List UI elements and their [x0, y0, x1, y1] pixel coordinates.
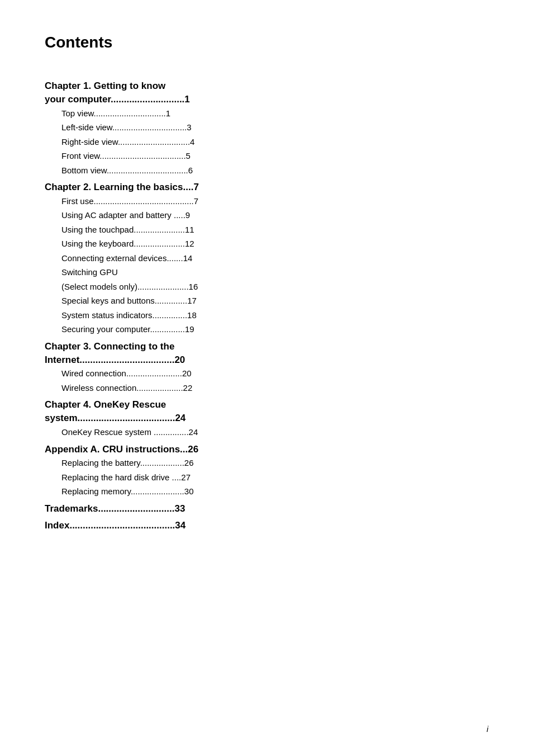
- chapter-1-heading-line2: your computer...........................…: [45, 94, 190, 105]
- page: Contents Chapter 1. Getting to know your…: [0, 0, 533, 756]
- ch2-entry-keyboard: Using the keyboard......................…: [45, 237, 488, 251]
- chapter-3-heading: Chapter 3. Connecting to the Internet...…: [45, 340, 488, 367]
- ch2-entry-special-keys: Special keys and buttons..............17: [45, 294, 488, 308]
- ch2-entry-external-devices: Connecting external devices.......14: [45, 251, 488, 266]
- ch2-entry-switching-gpu: Switching GPU: [45, 265, 488, 280]
- trademarks-block: Trademarks.............................3…: [45, 502, 488, 516]
- ch3-entry-wired: Wired connection........................…: [45, 366, 488, 381]
- chapter-3-block: Chapter 3. Connecting to the Internet...…: [45, 340, 488, 395]
- chapter-4-heading: Chapter 4. OneKey Rescue system.........…: [45, 398, 488, 425]
- appendix-a-entry-battery: Replacing the battery...................…: [45, 456, 488, 470]
- appendix-a-entry-hdd: Replacing the hard disk drive ....27: [45, 470, 488, 485]
- chapter-1-heading: Chapter 1. Getting to know your computer…: [45, 79, 488, 106]
- toc-container: Chapter 1. Getting to know your computer…: [45, 79, 488, 532]
- page-title: Contents: [45, 34, 488, 51]
- ch2-entry-ac-adapter: Using AC adapter and battery .....9: [45, 208, 488, 223]
- page-number: i: [487, 725, 488, 734]
- ch1-entry-top-view: Top view...............................1: [45, 106, 488, 121]
- ch2-entry-select-models: (Select models only)....................…: [45, 280, 488, 294]
- ch3-entry-wireless: Wireless connection....................2…: [45, 381, 488, 395]
- index-heading: Index...................................…: [45, 519, 488, 532]
- ch1-entry-front-view: Front view..............................…: [45, 149, 488, 163]
- ch2-entry-securing: Securing your computer...............19: [45, 322, 488, 337]
- ch1-entry-left-side-view: Left-side view..........................…: [45, 120, 488, 135]
- chapter-2-heading: Chapter 2. Learning the basics....7: [45, 181, 488, 194]
- ch2-entry-first-use: First use...............................…: [45, 194, 488, 209]
- ch1-entry-bottom-view: Bottom view.............................…: [45, 163, 488, 178]
- trademarks-heading: Trademarks.............................3…: [45, 502, 488, 516]
- appendix-a-entry-memory: Replacing memory.......................3…: [45, 484, 488, 499]
- appendix-a-block: Appendix A. CRU instructions...26 Replac…: [45, 443, 488, 499]
- ch4-entry-onekey: OneKey Rescue system ...............24: [45, 425, 488, 440]
- index-block: Index...................................…: [45, 519, 488, 532]
- appendix-a-heading: Appendix A. CRU instructions...26: [45, 443, 488, 456]
- ch1-entry-right-side-view: Right-side view.........................…: [45, 135, 488, 149]
- chapter-4-block: Chapter 4. OneKey Rescue system.........…: [45, 398, 488, 439]
- chapter-1-block: Chapter 1. Getting to know your computer…: [45, 79, 488, 177]
- chapter-1-heading-line1: Chapter 1. Getting to know: [45, 81, 165, 91]
- chapter-2-block: Chapter 2. Learning the basics....7 Firs…: [45, 181, 488, 337]
- ch2-entry-touchpad: Using the touchpad......................…: [45, 223, 488, 237]
- ch2-entry-system-status: System status indicators...............1…: [45, 308, 488, 323]
